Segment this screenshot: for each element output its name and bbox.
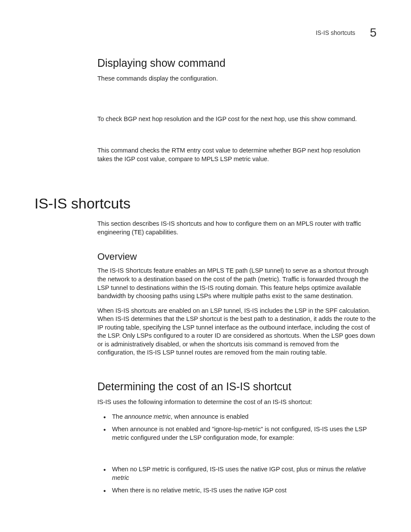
heading-determining-cost: Determining the cost of an IS-IS shortcu… xyxy=(97,380,377,393)
text: When there is no relative metric, IS-IS … xyxy=(112,487,286,494)
text: The xyxy=(112,413,125,420)
text: , when announce is enabled xyxy=(171,413,249,420)
header-chapter-number: 5 xyxy=(370,26,377,39)
heading-overview: Overview xyxy=(97,251,377,262)
page: IS-IS shortcuts 5 Displaying show comman… xyxy=(0,0,411,532)
bullet-list: When no LSP metric is configured, IS-IS … xyxy=(97,465,377,495)
list-item: When announce is not enabled and "ignore… xyxy=(97,425,377,442)
text: When no LSP metric is configured, IS-IS … xyxy=(112,466,346,473)
paragraph: This command checks the RTM entry cost v… xyxy=(97,146,377,163)
paragraph: The IS-IS Shortcuts feature enables an M… xyxy=(97,267,377,300)
paragraph: This section describes IS-IS shortcuts a… xyxy=(97,220,377,236)
paragraph: When IS-IS shortcuts are enabled on an L… xyxy=(97,307,377,357)
list-item: The announce metric, when announce is en… xyxy=(97,413,377,421)
running-header: IS-IS shortcuts 5 xyxy=(34,26,377,40)
heading-displaying-show-command: Displaying show command xyxy=(97,57,377,69)
emphasis: announce metric xyxy=(125,413,171,420)
paragraph: IS-IS uses the following information to … xyxy=(97,398,377,407)
list-item: When there is no relative metric, IS-IS … xyxy=(97,486,377,495)
header-section-name: IS-IS shortcuts xyxy=(316,29,355,36)
section-isis-intro: This section describes IS-IS shortcuts a… xyxy=(97,220,377,495)
paragraph: These commands display the configuration… xyxy=(97,75,377,83)
text: When announce is not enabled and "ignore… xyxy=(112,426,367,441)
paragraph: To check BGP next hop resolution and the… xyxy=(97,115,377,124)
section-displaying-show-command: Displaying show command These commands d… xyxy=(97,57,377,163)
bullet-list: The announce metric, when announce is en… xyxy=(97,413,377,442)
heading-isis-shortcuts: IS-IS shortcuts xyxy=(34,195,377,212)
list-item: When no LSP metric is configured, IS-IS … xyxy=(97,465,377,482)
